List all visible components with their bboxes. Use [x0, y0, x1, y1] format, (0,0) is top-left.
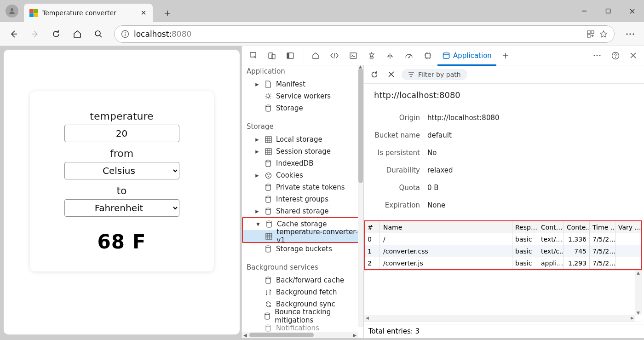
result-text: 68 F [98, 231, 146, 253]
new-tab-button[interactable]: ＋ [160, 6, 175, 20]
database-icon [265, 104, 271, 112]
svg-point-57 [266, 196, 270, 198]
tab-close-button[interactable]: ✕ [140, 9, 147, 17]
filter-input[interactable]: Filter by path [402, 69, 467, 80]
nav-h-scrollbar[interactable]: ◀▶ [242, 332, 358, 338]
database-icon [265, 277, 271, 284]
devtools-menu-button[interactable] [588, 46, 606, 65]
nav-session-storage[interactable]: ▸Session storage [242, 145, 363, 157]
cache-table[interactable]: # Name Resp… Cont… Conte… Time … Vary … … [364, 220, 642, 270]
dock-button[interactable] [282, 46, 299, 65]
devtools-panel: Application Application ▸Manifest Servic… [242, 46, 644, 338]
temperature-input[interactable] [64, 125, 179, 142]
meta-durability: relaxed [420, 166, 453, 174]
browser-tab[interactable]: Temperature converter ✕ [24, 4, 153, 22]
network-tab[interactable] [381, 46, 399, 65]
maximize-button[interactable] [596, 0, 620, 22]
nav-storage-buckets[interactable]: Storage buckets [242, 243, 363, 255]
elements-tab[interactable] [325, 46, 344, 65]
devtools-help-button[interactable] [607, 46, 624, 65]
svg-rect-14 [587, 35, 590, 37]
minimize-button[interactable] [572, 0, 596, 22]
nav-scrollbar[interactable]: ▲ [358, 65, 363, 327]
svg-point-40 [266, 105, 270, 107]
performance-tab[interactable] [400, 46, 418, 65]
browser-menu-button[interactable] [621, 25, 639, 43]
profile-button[interactable] [6, 5, 18, 17]
svg-point-56 [266, 184, 270, 186]
meta-persistent: No [420, 149, 437, 157]
gear-icon [264, 92, 272, 100]
svg-point-17 [632, 33, 634, 35]
extensions-icon[interactable] [586, 30, 595, 38]
close-window-button[interactable] [620, 0, 644, 22]
favorite-icon[interactable] [599, 30, 608, 38]
nav-private-state-tokens[interactable]: Private state tokens [242, 181, 363, 193]
svg-point-7 [95, 31, 100, 36]
from-label: from [110, 148, 133, 159]
svg-rect-12 [587, 31, 590, 34]
svg-point-15 [626, 33, 627, 35]
welcome-tab[interactable] [307, 46, 324, 65]
nav-storage[interactable]: Storage [242, 102, 363, 114]
meta-quota: 0 B [420, 184, 439, 192]
forward-button[interactable] [26, 25, 44, 43]
refresh-button[interactable] [47, 25, 65, 43]
database-icon [265, 245, 271, 253]
clear-cache-button[interactable] [385, 69, 397, 81]
grid-icon [265, 233, 272, 240]
file-icon [265, 81, 271, 88]
database-icon [265, 160, 271, 167]
more-tabs-button[interactable] [497, 46, 514, 65]
nav-indexeddb[interactable]: IndexedDB [242, 157, 363, 169]
refresh-cache-button[interactable] [368, 69, 380, 81]
svg-rect-18 [250, 52, 256, 57]
svg-point-16 [629, 33, 631, 35]
table-row[interactable]: 2 /converter.js basic appli… 1,293 7/5/2… [365, 257, 641, 269]
svg-point-59 [267, 221, 271, 223]
table-h-scrollbar[interactable]: ◀▶ [364, 315, 635, 322]
nav-local-storage[interactable]: ▸Local storage [242, 133, 363, 145]
table-row[interactable]: 0 / basic text/… 1,336 7/5/2… [365, 233, 641, 245]
nav-cache-entry[interactable]: temperature-converter-v1 [243, 230, 362, 242]
converter-card: temperature from Celsius to Fahrenheit 6… [30, 91, 214, 271]
address-text[interactable]: localhost:8080 [134, 29, 191, 39]
sources-tab[interactable] [363, 46, 380, 65]
nav-section-application: Application [242, 65, 363, 78]
address-bar[interactable]: localhost:8080 [114, 25, 615, 43]
back-button[interactable] [5, 25, 23, 43]
devtools-tabbar: Application [242, 46, 644, 65]
nav-service-workers[interactable]: Service workers [242, 90, 363, 102]
filter-icon [408, 72, 414, 77]
nav-back-forward-cache[interactable]: Back/forward cache [242, 274, 363, 286]
svg-point-10 [125, 32, 126, 33]
to-select[interactable]: Fahrenheit [64, 199, 179, 217]
nav-shared-storage[interactable]: ▸Shared storage [242, 205, 363, 217]
from-select[interactable]: Celsius [64, 162, 179, 179]
browser-search-button[interactable] [89, 25, 108, 43]
application-nav[interactable]: Application ▸Manifest Service workers St… [242, 65, 364, 338]
nav-manifest[interactable]: ▸Manifest [242, 78, 363, 90]
memory-tab[interactable] [419, 46, 437, 65]
nav-cookies[interactable]: ▸Cookies [242, 169, 363, 181]
nav-interest-groups[interactable]: Interest groups [242, 193, 363, 205]
table-v-scrollbar[interactable]: ▲▼ [635, 271, 642, 315]
devtools-close-button[interactable] [625, 46, 641, 65]
home-button[interactable] [68, 25, 86, 43]
svg-point-36 [615, 57, 616, 58]
database-icon [265, 207, 271, 215]
svg-point-65 [266, 246, 270, 248]
person-icon [8, 7, 16, 15]
table-row[interactable]: 1 /converter.css basic text/c… 745 7/5/2… [365, 245, 641, 257]
inspect-element-button[interactable] [245, 46, 262, 65]
console-tab[interactable] [345, 46, 362, 65]
favicon-icon [29, 9, 38, 17]
cache-detail: Filter by path http://localhost:8080 Ori… [364, 65, 644, 338]
meta-origin: http://localhost:8080 [420, 114, 500, 122]
application-tab[interactable]: Application [437, 46, 496, 65]
table-header[interactable]: # Name Resp… Cont… Conte… Time … Vary … [365, 221, 641, 233]
nav-bounce-tracking[interactable]: Bounce tracking mitigations [242, 310, 363, 322]
nav-section-background: Background services [242, 261, 363, 274]
nav-background-fetch[interactable]: Background fetch [242, 286, 363, 298]
device-toggle-button[interactable] [263, 46, 281, 65]
